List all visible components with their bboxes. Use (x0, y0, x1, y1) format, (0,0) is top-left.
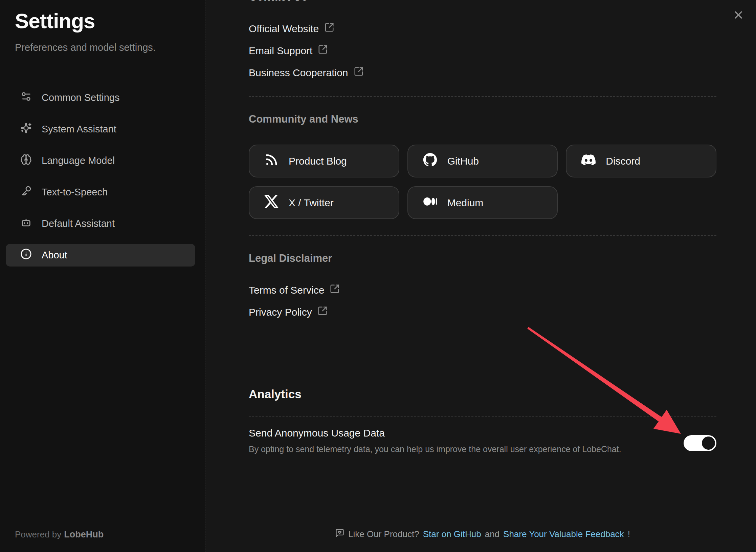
sidebar-item-about[interactable]: About (6, 244, 195, 267)
usage-data-description: By opting to send telemetry data, you ca… (249, 444, 621, 454)
terms-of-service-link[interactable]: Terms of Service (249, 284, 340, 296)
link-label: Official Website (249, 23, 319, 35)
sidebar-item-label: Language Model (42, 155, 115, 166)
footer-text: Like Our Product? (348, 529, 419, 539)
contact-links: Official Website Email Support Business … (249, 22, 364, 88)
sidebar-item-label: Common Settings (42, 92, 120, 103)
section-divider (249, 235, 716, 236)
community-section-title: Community and News (249, 113, 358, 125)
usage-data-toggle[interactable] (684, 435, 716, 451)
sidebar-item-text-to-speech[interactable]: Text-to-Speech (6, 181, 195, 204)
settings-nav: Common Settings System Assistant Languag… (6, 86, 195, 275)
sidebar-item-system-assistant[interactable]: System Assistant (6, 118, 195, 141)
share-feedback-link[interactable]: Share Your Valuable Feedback (503, 529, 624, 539)
external-link-icon (324, 22, 334, 35)
sidebar-item-default-assistant[interactable]: Default Assistant (6, 212, 195, 235)
external-link-icon (317, 306, 328, 318)
settings-sidebar: Settings Preferences and model settings.… (0, 0, 205, 552)
official-website-link[interactable]: Official Website (249, 22, 364, 35)
microphone-icon (20, 185, 32, 199)
discord-icon (581, 153, 596, 169)
privacy-policy-link[interactable]: Privacy Policy (249, 306, 340, 318)
footer-text: ! (628, 529, 630, 539)
lobehub-brand[interactable]: LobeHub (64, 529, 104, 539)
sidebar-item-label: About (42, 250, 67, 261)
external-link-icon (318, 44, 328, 57)
github-icon (423, 153, 437, 169)
powered-by: Powered byLobeHub (15, 529, 104, 540)
x-twitter-icon (264, 194, 279, 211)
legal-section-title: Legal Disclaimer (249, 252, 332, 264)
robot-icon (20, 217, 32, 231)
community-buttons: Product Blog GitHub Discord X / Twitter … (249, 145, 716, 219)
business-cooperation-link[interactable]: Business Cooperation (249, 66, 364, 79)
usage-data-label: Send Anonymous Usage Data (249, 427, 385, 439)
sidebar-item-label: System Assistant (42, 124, 116, 135)
toggle-knob (702, 437, 715, 450)
legal-links: Terms of Service Privacy Policy (249, 284, 340, 328)
footer-text: and (485, 529, 499, 539)
product-footer: Like Our Product? Star on GitHub and Sha… (249, 528, 716, 540)
medium-icon (423, 194, 437, 211)
info-icon (20, 248, 32, 262)
product-blog-button[interactable]: Product Blog (249, 145, 399, 177)
sliders-icon (20, 91, 32, 105)
feedback-bubble-icon (335, 528, 344, 540)
button-label: Discord (606, 155, 640, 167)
analytics-section-title: Analytics (249, 387, 302, 401)
sidebar-item-label: Default Assistant (42, 218, 115, 229)
button-label: GitHub (447, 155, 479, 167)
link-label: Email Support (249, 45, 312, 57)
page-title: Settings (15, 9, 95, 33)
button-label: X / Twitter (289, 197, 334, 209)
close-icon (732, 9, 744, 22)
link-label: Business Cooperation (249, 67, 348, 79)
close-button[interactable] (731, 8, 746, 23)
x-twitter-button[interactable]: X / Twitter (249, 186, 399, 219)
sidebar-item-language-model[interactable]: Language Model (6, 149, 195, 172)
sidebar-item-label: Text-to-Speech (42, 187, 108, 198)
section-divider (249, 96, 716, 97)
link-label: Privacy Policy (249, 306, 312, 318)
sparkles-icon (20, 122, 32, 136)
discord-button[interactable]: Discord (566, 145, 716, 177)
contact-section-title: Contact Us (249, 0, 308, 3)
page-subtitle: Preferences and model settings. (15, 42, 156, 53)
powered-by-prefix: Powered by (15, 529, 61, 539)
section-divider (249, 416, 716, 417)
sidebar-item-common-settings[interactable]: Common Settings (6, 86, 195, 109)
about-panel: Contact Us Official Website Email Suppor… (206, 0, 756, 552)
button-label: Product Blog (289, 155, 347, 167)
medium-button[interactable]: Medium (407, 186, 558, 219)
link-label: Terms of Service (249, 284, 324, 296)
external-link-icon (354, 66, 364, 79)
star-on-github-link[interactable]: Star on GitHub (423, 529, 481, 539)
external-link-icon (330, 284, 340, 296)
brain-icon (20, 154, 32, 168)
rss-icon (264, 153, 279, 169)
github-button[interactable]: GitHub (407, 145, 558, 177)
button-label: Medium (447, 197, 484, 209)
about-content: Contact Us Official Website Email Suppor… (249, 0, 716, 552)
email-support-link[interactable]: Email Support (249, 44, 364, 57)
